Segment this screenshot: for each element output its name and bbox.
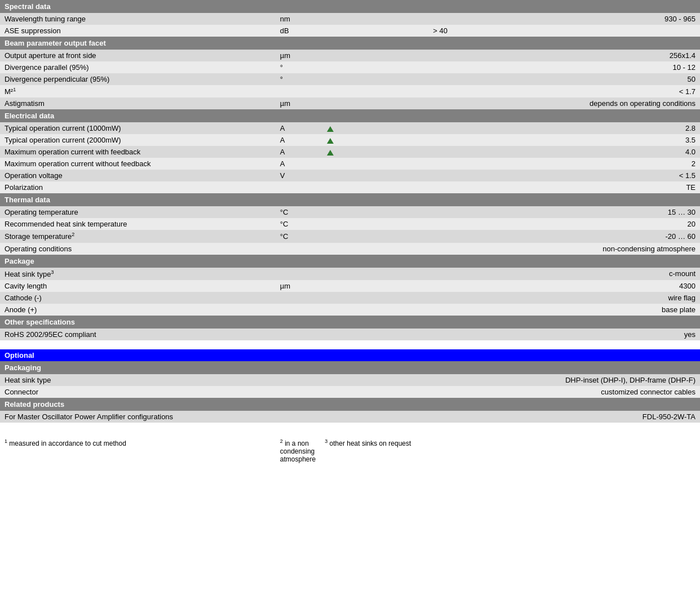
optional-label: Optional [0, 349, 700, 361]
unit-cell [276, 243, 320, 255]
unit-cell: ° [276, 73, 320, 85]
section-header-row: Packaging [0, 361, 700, 374]
unit-cell: ° [276, 61, 320, 73]
table-row: Wavelength tuning rangenm930 - 965 [0, 13, 700, 25]
section-header-row: Package [0, 255, 700, 268]
value-cell: 3.5 [320, 134, 700, 146]
unit-cell: nm [276, 13, 320, 25]
value-cell: depends on operating conditions [320, 97, 700, 109]
param-cell: Typical operation current (2000mW) [0, 134, 276, 146]
unit-cell [276, 268, 320, 280]
section-header-label: Related products [0, 398, 700, 411]
table-row: Anode (+)base plate [0, 304, 700, 316]
param-cell: Operation voltage [0, 170, 276, 181]
unit-cell: dB [276, 25, 320, 37]
value-cell: yes [320, 329, 700, 340]
table-row: Heat sink type3c-mount [0, 268, 700, 280]
param-cell: Recommended heat sink temperature [0, 218, 276, 230]
unit-cell [276, 329, 320, 340]
table-row: Maximum operation current without feedba… [0, 158, 700, 170]
section-header-label: Other specifications [0, 316, 700, 329]
table-row: Cathode (-)wire flag [0, 292, 700, 304]
unit-cell: A [276, 146, 320, 158]
footnote-3: 3 other heat sinks on request [320, 432, 700, 467]
table-row: Cavity lengthµm4300 [0, 280, 700, 292]
unit-cell: A [276, 122, 320, 134]
param-cell: Heat sink type3 [0, 268, 276, 280]
param-cell: M²1 [0, 85, 276, 97]
value-cell: 2 [320, 158, 700, 170]
param-cell: Output aperture at front side [0, 50, 276, 61]
unit-cell [276, 411, 320, 423]
param-cell: Typical operation current (1000mW) [0, 122, 276, 134]
param-cell: Operating temperature [0, 206, 276, 218]
section-header-row: Spectral data [0, 0, 700, 13]
section-header-label: Packaging [0, 361, 700, 374]
table-row: Recommended heat sink temperature°C20 [0, 218, 700, 230]
unit-cell [276, 292, 320, 304]
unit-cell [276, 181, 320, 193]
section-header-label: Thermal data [0, 193, 700, 206]
table-row: Operation voltageV< 1.5 [0, 170, 700, 181]
param-cell: Storage temperature2 [0, 230, 276, 242]
section-header-row: Thermal data [0, 193, 700, 206]
spacer-row [0, 340, 700, 349]
section-header-row: Beam parameter output facet [0, 37, 700, 50]
unit-cell: V [276, 170, 320, 181]
param-cell: For Master Oscillator Power Amplifier co… [0, 411, 276, 423]
value-cell: FDL-950-2W-TA [320, 411, 700, 423]
triangle-icon [327, 150, 334, 156]
triangle-icon [327, 126, 334, 132]
value-cell: 2.8 [320, 122, 700, 134]
param-cell: Cavity length [0, 280, 276, 292]
table-row: Typical operation current (1000mW)A2.8 [0, 122, 700, 134]
value-cell: base plate [320, 304, 700, 316]
unit-cell: µm [276, 50, 320, 61]
table-row: Heat sink typeDHP-inset (DHP-I), DHP-fra… [0, 374, 700, 386]
spec-table-container: Spectral dataWavelength tuning rangenm93… [0, 0, 700, 467]
unit-cell: A [276, 134, 320, 146]
footnote-1: 1 measured in accordance to cut method [0, 432, 276, 467]
param-cell: Polarization [0, 181, 276, 193]
unit-cell [276, 304, 320, 316]
section-header-label: Electrical data [0, 109, 700, 122]
table-row: Typical operation current (2000mW)A3.5 [0, 134, 700, 146]
section-header-label: Package [0, 255, 700, 268]
table-row: For Master Oscillator Power Amplifier co… [0, 411, 700, 423]
section-header-row: Other specifications [0, 316, 700, 329]
optional-header-row: Optional [0, 349, 700, 361]
section-header-row: Related products [0, 398, 700, 411]
value-cell: wire flag [320, 292, 700, 304]
param-cell: Connector [0, 386, 276, 398]
value-cell: -20 … 60 [320, 230, 700, 242]
unit-cell [276, 374, 320, 386]
value-cell: 15 … 30 [320, 206, 700, 218]
value-cell: c-mount [320, 268, 700, 280]
unit-cell: °C [276, 230, 320, 242]
table-row: Operating temperature°C15 … 30 [0, 206, 700, 218]
value-cell: DHP-inset (DHP-I), DHP-frame (DHP-F) [320, 374, 700, 386]
spacer-row-2 [0, 423, 700, 432]
value-cell: non-condensing atmosphere [320, 243, 700, 255]
value-cell: 930 - 965 [320, 13, 700, 25]
param-cell: Divergence perpendicular (95%) [0, 73, 276, 85]
section-header-label: Beam parameter output facet [0, 37, 700, 50]
value-cell: < 1.5 [320, 170, 700, 181]
param-cell: Divergence parallel (95%) [0, 61, 276, 73]
unit-cell: µm [276, 97, 320, 109]
value-cell: TE [320, 181, 700, 193]
param-cell: Astigmatism [0, 97, 276, 109]
value-cell: 4.0 [320, 146, 700, 158]
param-cell: Wavelength tuning range [0, 13, 276, 25]
table-row: Astigmatismµmdepends on operating condit… [0, 97, 700, 109]
unit-cell: °C [276, 218, 320, 230]
section-header-label: Spectral data [0, 0, 700, 13]
table-row: Output aperture at front sideµm256x1.4 [0, 50, 700, 61]
unit-cell [276, 85, 320, 97]
param-cell: ASE suppression [0, 25, 276, 37]
table-row: Storage temperature2°C-20 … 60 [0, 230, 700, 242]
table-row: ASE suppressiondB> 40 [0, 25, 700, 37]
footnotes-row: 1 measured in accordance to cut method2 … [0, 432, 700, 467]
table-row: M²1< 1.7 [0, 85, 700, 97]
value-cell: 10 - 12 [320, 61, 700, 73]
